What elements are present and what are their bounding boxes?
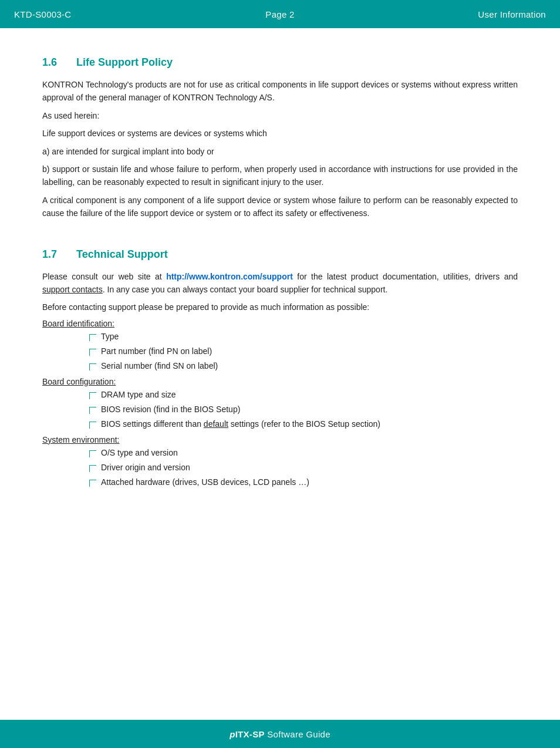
system-env-item-os: O/S type and version — [101, 447, 178, 459]
section1-para6: A critical component is any component of… — [42, 194, 518, 220]
section2-intro1-end: . In any case you can always contact you… — [103, 285, 388, 294]
list-item: DRAM type and size — [89, 389, 518, 401]
list-item: Part number (find PN on label) — [89, 345, 518, 358]
default-underline: default — [204, 419, 228, 429]
footer-italic: p — [230, 729, 235, 739]
section-technical-support: 1.7 Technical Support Please consult our… — [42, 248, 518, 488]
board-configuration-section: Board configuration: DRAM type and size … — [42, 377, 518, 430]
section-title-1-6: Life Support Policy — [76, 56, 173, 69]
list-item: Type — [89, 331, 518, 343]
board-config-item-dram: DRAM type and size — [101, 389, 176, 401]
bullet-icon — [89, 334, 96, 341]
list-item: BIOS settings different than default set… — [89, 418, 518, 430]
board-config-label: Board configuration: — [42, 377, 518, 386]
list-item: Serial number (find SN on label) — [89, 360, 518, 372]
section2-intro1-before: Please consult our web site at — [42, 272, 166, 281]
system-env-item-hardware: Attached hardware (drives, USB devices, … — [101, 476, 309, 488]
section1-para1: KONTRON Technology's products are not fo… — [42, 78, 518, 105]
section-heading-1-6: 1.6 Life Support Policy — [42, 56, 518, 69]
section2-intro1-after: for the latest product documentation, ut… — [293, 272, 518, 281]
section1-para4: a) are intended for surgical implant int… — [42, 145, 518, 158]
board-identification-section: Board identification: Type Part number (… — [42, 319, 518, 372]
system-env-item-driver: Driver origin and version — [101, 461, 190, 474]
board-config-item-bios: BIOS revision (find in the BIOS Setup) — [101, 403, 240, 416]
board-config-list: DRAM type and size BIOS revision (find i… — [42, 389, 518, 430]
list-item: Driver origin and version — [89, 461, 518, 474]
section-number-1-6: 1.6 — [42, 56, 66, 69]
board-id-item-serial: Serial number (find SN on label) — [101, 360, 218, 372]
bullet-icon — [89, 392, 96, 399]
page-header: KTD-S0003-C Page 2 User Information — [0, 0, 560, 28]
bios-settings-before: BIOS settings different than — [101, 419, 204, 429]
list-item: Attached hardware (drives, USB devices, … — [89, 476, 518, 488]
footer-bold: ITX-SP — [235, 729, 265, 739]
system-env-list: O/S type and version Driver origin and v… — [42, 447, 518, 488]
header-page-number: Page 2 — [265, 9, 294, 19]
bullet-icon — [89, 349, 96, 356]
main-content: 1.6 Life Support Policy KONTRON Technolo… — [0, 28, 560, 564]
bullet-icon — [89, 422, 96, 429]
bios-settings-after: settings (refer to the BIOS Setup sectio… — [228, 419, 380, 429]
section1-para2: As used herein: — [42, 109, 518, 122]
footer-text: pITX-SP Software Guide — [230, 729, 330, 739]
board-id-item-type: Type — [101, 331, 119, 343]
kontron-support-link[interactable]: http://www.kontron.com/support — [166, 272, 293, 281]
system-environment-section: System environment: O/S type and version… — [42, 435, 518, 488]
footer-rest: Software Guide — [265, 729, 330, 739]
list-item: BIOS revision (find in the BIOS Setup) — [89, 403, 518, 416]
section-life-support: 1.6 Life Support Policy KONTRON Technolo… — [42, 56, 518, 220]
section-title-1-7: Technical Support — [76, 248, 168, 261]
section-number-1-7: 1.7 — [42, 248, 66, 261]
board-id-list: Type Part number (find PN on label) Seri… — [42, 331, 518, 372]
section1-para3: Life support devices or systems are devi… — [42, 127, 518, 140]
bullet-icon — [89, 363, 96, 370]
support-contacts-text: support contacts — [42, 285, 103, 294]
section-heading-1-7: 1.7 Technical Support — [42, 248, 518, 261]
bullet-icon — [89, 480, 96, 487]
bullet-icon — [89, 465, 96, 472]
list-item: O/S type and version — [89, 447, 518, 459]
bullet-icon — [89, 450, 96, 457]
bullet-icon — [89, 407, 96, 414]
section2-intro1: Please consult our web site at http://ww… — [42, 270, 518, 296]
board-config-item-settings: BIOS settings different than default set… — [101, 418, 380, 430]
board-id-item-part: Part number (find PN on label) — [101, 345, 212, 358]
board-id-label: Board identification: — [42, 319, 518, 328]
header-section-title: User Information — [478, 9, 546, 19]
system-env-label: System environment: — [42, 435, 518, 444]
section1-para5: b) support or sustain life and whose fai… — [42, 163, 518, 189]
section2-intro2: Before contacting support please be prep… — [42, 301, 518, 314]
header-document-id: KTD-S0003-C — [14, 9, 72, 19]
page-footer: pITX-SP Software Guide — [0, 720, 560, 748]
